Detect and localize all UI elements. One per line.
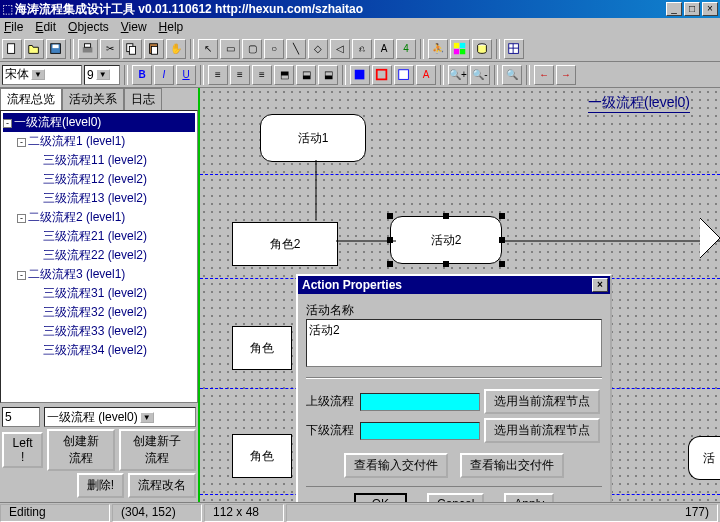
tree-node[interactable]: -二级流程2 (level1) — [17, 208, 195, 227]
diamond-node-partial[interactable] — [680, 218, 720, 258]
status-coords: (304, 152) — [112, 504, 202, 522]
open-icon[interactable] — [24, 39, 44, 59]
tree-leaf[interactable]: 三级流程13 (level2) — [43, 189, 195, 208]
menu-help[interactable]: Help — [159, 20, 184, 34]
underline-button[interactable]: U — [176, 65, 196, 85]
role-node-partial[interactable]: 角色 — [232, 326, 292, 370]
align-center-icon[interactable]: ≡ — [230, 65, 250, 85]
line-icon[interactable]: ╲ — [286, 39, 306, 59]
menu-file[interactable]: File — [4, 20, 23, 34]
tab-log[interactable]: 日志 — [124, 88, 162, 110]
delete-button[interactable]: 删除! — [77, 473, 124, 498]
menu-edit[interactable]: Edit — [35, 20, 56, 34]
search-icon[interactable]: 🔍 — [502, 65, 522, 85]
bold-button[interactable]: B — [132, 65, 152, 85]
left-button[interactable]: Left ! — [2, 432, 43, 468]
save-icon[interactable] — [46, 39, 66, 59]
statusbar: Editing (304, 152) 112 x 48 177) — [0, 502, 720, 522]
fill-box-icon[interactable] — [394, 65, 414, 85]
align-left-icon[interactable]: ≡ — [208, 65, 228, 85]
align-middle-icon[interactable]: ⬓ — [296, 65, 316, 85]
roundrect-icon[interactable]: ▢ — [242, 39, 262, 59]
tree-leaf[interactable]: 三级流程12 (level2) — [43, 170, 195, 189]
maximize-button[interactable]: □ — [684, 2, 700, 16]
activity1-node[interactable]: 活动1 — [260, 114, 366, 162]
activity-node-partial[interactable]: 活 — [688, 436, 720, 480]
minimize-button[interactable]: _ — [666, 2, 682, 16]
copy-icon[interactable] — [122, 39, 142, 59]
new-flow-button[interactable]: 创建新流程 — [47, 429, 115, 471]
triangle-icon[interactable]: ◁ — [330, 39, 350, 59]
tree-leaf[interactable]: 三级流程32 (level2) — [43, 303, 195, 322]
size-combo[interactable]: 9▼ — [84, 65, 120, 85]
view-input-button[interactable]: 查看输入交付件 — [344, 453, 448, 478]
align-top-icon[interactable]: ⬒ — [274, 65, 294, 85]
apply-button[interactable]: Apply — [504, 493, 554, 502]
tab-overview[interactable]: 流程总览 — [0, 88, 62, 110]
close-button[interactable]: × — [702, 2, 718, 16]
print-icon[interactable] — [78, 39, 98, 59]
svg-rect-9 — [454, 42, 459, 47]
role-node-partial2[interactable]: 角色 — [232, 434, 292, 478]
tree-leaf[interactable]: 三级流程21 (level2) — [43, 227, 195, 246]
font-color-icon[interactable]: A — [416, 65, 436, 85]
tree-node[interactable]: -二级流程1 (level1) — [17, 132, 195, 151]
new-icon[interactable] — [2, 39, 22, 59]
pointer-icon[interactable]: ↖ — [198, 39, 218, 59]
tree-leaf[interactable]: 三级流程31 (level2) — [43, 284, 195, 303]
down-flow-input[interactable] — [360, 422, 480, 440]
arrow-right-icon[interactable]: → — [556, 65, 576, 85]
view-output-button[interactable]: 查看输出交付件 — [460, 453, 564, 478]
grid-icon[interactable] — [504, 39, 524, 59]
tree-node[interactable]: -二级流程3 (level1) — [17, 265, 195, 284]
run-icon[interactable]: ⛹ — [428, 39, 448, 59]
canvas[interactable]: 一级流程(level0) 活动1 角色2 活动2 角色 角色 活 Action … — [200, 88, 720, 502]
cut-icon[interactable]: ✂ — [100, 39, 120, 59]
diamond-icon[interactable]: ◇ — [308, 39, 328, 59]
level-combo[interactable]: 一级流程 (level0)▼ — [44, 407, 196, 427]
select-down-button[interactable]: 选用当前流程节点 — [484, 418, 600, 443]
name-input[interactable]: 活动2 — [306, 319, 602, 367]
action-properties-dialog: Action Properties × 活动名称 活动2 上级流程 选用当前流程… — [296, 274, 612, 502]
cancel-button[interactable]: Cancel — [427, 493, 484, 502]
menu-view[interactable]: View — [121, 20, 147, 34]
dialog-close-button[interactable]: × — [592, 278, 608, 292]
align-bottom-icon[interactable]: ⬓ — [318, 65, 338, 85]
role2-node[interactable]: 角色2 — [232, 222, 338, 266]
rect-icon[interactable]: ▭ — [220, 39, 240, 59]
tree-leaf[interactable]: 三级流程22 (level2) — [43, 246, 195, 265]
rename-button[interactable]: 流程改名 — [128, 473, 196, 498]
zoom-in-icon[interactable]: 🔍+ — [448, 65, 468, 85]
italic-button[interactable]: I — [154, 65, 174, 85]
ok-button[interactable]: OK — [354, 493, 407, 502]
font-combo[interactable]: 宋体▼ — [2, 65, 82, 85]
menu-objects[interactable]: Objects — [68, 20, 109, 34]
text-icon[interactable]: A — [374, 39, 394, 59]
select-up-button[interactable]: 选用当前流程节点 — [484, 389, 600, 414]
activity2-node[interactable]: 活动2 — [390, 216, 502, 264]
db-icon[interactable] — [472, 39, 492, 59]
connector-icon[interactable]: ⎌ — [352, 39, 372, 59]
zoom-out-icon[interactable]: 🔍- — [470, 65, 490, 85]
connector-line — [336, 238, 396, 244]
new-subflow-button[interactable]: 创建新子流程 — [119, 429, 196, 471]
ellipse-icon[interactable]: ○ — [264, 39, 284, 59]
tree-leaf[interactable]: 三级流程11 (level2) — [43, 151, 195, 170]
fill-blue-icon[interactable] — [350, 65, 370, 85]
svg-rect-2 — [53, 44, 59, 48]
fill-red-icon[interactable] — [372, 65, 392, 85]
arrow-left-icon[interactable]: ← — [534, 65, 554, 85]
tree-root[interactable]: -一级流程(level0) — [3, 113, 195, 132]
tree-leaf[interactable]: 三级流程33 (level2) — [43, 322, 195, 341]
flow-tree[interactable]: -一级流程(level0) -二级流程1 (level1) 三级流程11 (le… — [0, 110, 198, 403]
tab-relations[interactable]: 活动关系 — [62, 88, 124, 110]
align-right-icon[interactable]: ≡ — [252, 65, 272, 85]
up-flow-input[interactable] — [360, 393, 480, 411]
hand-icon[interactable]: ✋ — [166, 39, 186, 59]
config-icon[interactable] — [450, 39, 470, 59]
tree-leaf[interactable]: 三级流程34 (level2) — [43, 341, 195, 360]
four-icon[interactable]: 4 — [396, 39, 416, 59]
svg-rect-12 — [460, 49, 465, 54]
spin-input[interactable]: 5 — [2, 407, 40, 427]
paste-icon[interactable] — [144, 39, 164, 59]
